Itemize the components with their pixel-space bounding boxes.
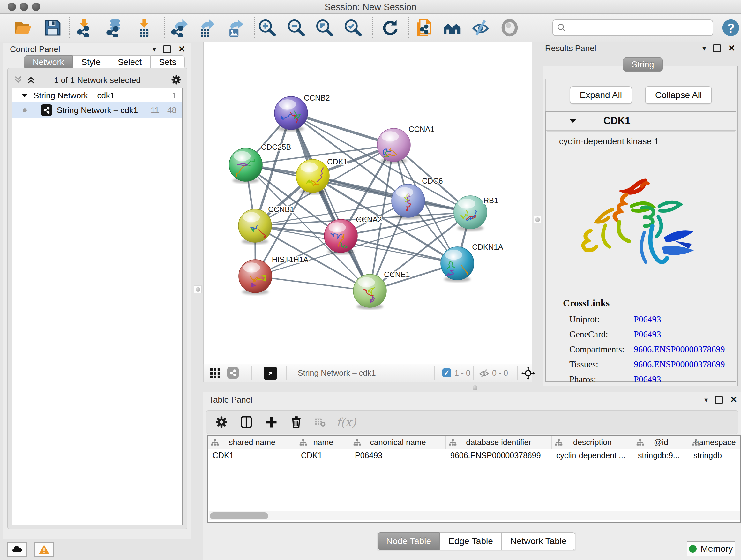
panel-menu-icon[interactable]: ▾ [704, 396, 708, 404]
zoom-out-button[interactable] [286, 17, 307, 38]
table-cell[interactable]: P06493 [350, 449, 446, 462]
node-CCNE1[interactable] [353, 274, 387, 309]
zoom-in-button[interactable] [257, 17, 278, 38]
crosslink-link[interactable]: P06493 [634, 314, 661, 324]
tab-node-table[interactable]: Node Table [378, 532, 440, 550]
table-cell[interactable]: stringdb [689, 449, 741, 462]
tab-sets[interactable]: Sets [150, 55, 185, 69]
node-CCNA1[interactable] [377, 128, 410, 164]
selected-checkbox[interactable]: ✓ [442, 368, 451, 377]
open-session-button[interactable] [12, 17, 33, 38]
scrollbar-thumb[interactable] [210, 512, 268, 519]
delete-column-icon[interactable] [289, 415, 303, 429]
import-table-button[interactable] [134, 17, 155, 38]
edge-CCNA2-CDKN1A[interactable] [341, 236, 457, 263]
grid-view-icon[interactable] [209, 368, 221, 379]
left-splitter-handle[interactable] [194, 286, 202, 293]
node-table[interactable]: shared namenamecanonical namedatabase id… [207, 435, 741, 523]
birds-eye-view-icon[interactable] [264, 367, 277, 380]
zoom-selected-button[interactable] [342, 17, 363, 38]
table-cell[interactable]: CDK1 [208, 449, 296, 462]
help-button[interactable]: ? [720, 17, 741, 38]
tab-style[interactable]: Style [73, 55, 109, 69]
network-share-icon[interactable] [227, 367, 239, 379]
close-panel-icon[interactable]: ✕ [178, 45, 185, 54]
edge-CDK1-RB1[interactable] [313, 176, 470, 212]
first-neighbors-button[interactable] [442, 17, 463, 38]
cloud-status-button[interactable] [7, 542, 27, 557]
right-splitter-handle[interactable] [534, 216, 541, 224]
network-row-selected[interactable]: String Network – cdk1 11 48 [12, 103, 182, 118]
tab-edge-table[interactable]: Edge Table [440, 532, 502, 550]
save-session-button[interactable] [42, 17, 63, 38]
network-view[interactable]: CCNB2CCNA1CDC25BCDK1CDC6RB1CCNB1CCNA2CDK… [203, 42, 532, 364]
panel-menu-icon[interactable]: ▾ [152, 45, 156, 54]
node-CDC25B[interactable] [229, 148, 262, 183]
export-image-button[interactable] [224, 17, 246, 38]
column-header-namespace[interactable]: namespace [689, 436, 741, 449]
refresh-button[interactable] [380, 17, 401, 38]
table-row[interactable]: CDK1CDK1P064939606.ENSP00000378699cyclin… [208, 449, 740, 462]
main-toolbar: ? [0, 14, 741, 42]
table-cell[interactable]: CDK1 [296, 449, 350, 462]
crosslink-link[interactable]: 9606.ENSP00000378699 [634, 344, 725, 354]
import-network-button[interactable] [73, 17, 94, 38]
crosslink-link[interactable]: 9606.ENSP00000378699 [634, 359, 725, 369]
close-panel-icon[interactable]: ✕ [730, 395, 737, 404]
float-panel-icon[interactable] [713, 44, 721, 52]
panel-menu-icon[interactable]: ▾ [702, 44, 706, 53]
section-collapse-triangle-icon[interactable] [569, 118, 577, 124]
gear-icon[interactable] [214, 415, 228, 429]
column-header-name[interactable]: name [296, 436, 350, 449]
node-HIST1H1A[interactable] [239, 260, 272, 295]
show-all-button[interactable] [499, 17, 520, 38]
table-cell[interactable]: 9606.ENSP00000378699 [446, 449, 552, 462]
import-database-button[interactable] [103, 17, 124, 38]
memory-status-button[interactable]: Memory [687, 542, 735, 556]
column-header-description[interactable]: description [552, 436, 633, 449]
hidden-eye-slash-icon[interactable] [479, 368, 489, 379]
hide-selected-button[interactable] [470, 17, 491, 38]
export-table-button[interactable] [196, 17, 217, 38]
table-cell[interactable]: cyclin-dependent ... [552, 449, 633, 462]
table-cell[interactable]: stringdb:9... [633, 449, 689, 462]
close-panel-icon[interactable]: ✕ [728, 44, 735, 53]
zoom-fit-button[interactable] [314, 17, 335, 38]
column-header-shared-name[interactable]: shared name [208, 436, 296, 449]
select-columns-icon[interactable] [239, 415, 253, 429]
float-panel-icon[interactable] [163, 45, 171, 53]
tab-network[interactable]: Network [24, 55, 73, 69]
add-column-icon[interactable] [264, 415, 278, 429]
tab-select[interactable]: Select [109, 55, 150, 69]
node-RB1[interactable] [454, 196, 487, 231]
fit-content-crosshair-icon[interactable] [522, 367, 535, 380]
column-header-database-identifier[interactable]: database identifier [446, 436, 552, 449]
edge-CCNB2-CCNE1[interactable] [291, 113, 370, 291]
tab-string[interactable]: String [623, 57, 663, 71]
gene-section-header[interactable]: CDK1 [546, 112, 736, 131]
float-panel-icon[interactable] [715, 396, 723, 404]
warning-status-button[interactable] [34, 542, 54, 557]
crosslink-link[interactable]: P06493 [634, 329, 661, 339]
export-network-button[interactable] [169, 17, 190, 38]
expander-triangle-icon[interactable] [21, 93, 28, 98]
publication-export-button[interactable] [414, 17, 435, 38]
horizontal-scrollbar[interactable] [209, 511, 740, 520]
network-graph[interactable]: CCNB2CCNA1CDC25BCDK1CDC6RB1CCNB1CCNA2CDK… [204, 42, 532, 364]
gear-icon[interactable] [171, 74, 182, 85]
column-header--id[interactable]: @id [633, 436, 689, 449]
network-collection-row[interactable]: String Network – cdk1 1 [12, 88, 182, 103]
column-header-canonical-name[interactable]: canonical name [350, 436, 446, 449]
node-CDKN1A[interactable] [441, 247, 474, 282]
edges[interactable] [246, 113, 470, 291]
tab-network-table[interactable]: Network Table [502, 532, 576, 550]
edge-HIST1H1A-CCNE1[interactable] [255, 276, 370, 291]
collapse-all-button[interactable]: Collapse All [645, 86, 712, 104]
expand-all-button[interactable]: Expand All [569, 86, 632, 104]
node-CDC6[interactable] [392, 184, 425, 219]
search-field[interactable] [552, 19, 713, 36]
search-input[interactable] [566, 21, 713, 35]
node-CCNB1[interactable] [239, 209, 272, 244]
bottom-splitter-handle[interactable] [473, 385, 477, 390]
crosslink-link[interactable]: P06493 [634, 374, 661, 384]
